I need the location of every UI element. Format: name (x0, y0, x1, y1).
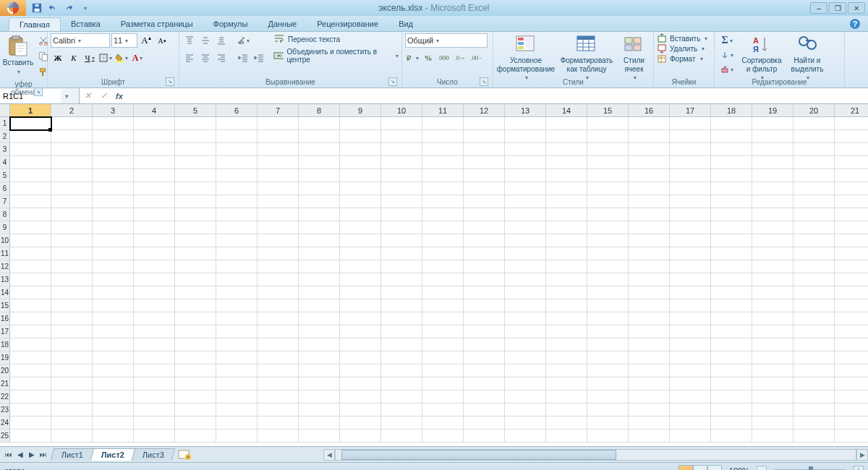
qat-customize-icon[interactable] (78, 1, 91, 14)
cell[interactable] (793, 364, 835, 377)
cell[interactable] (464, 195, 505, 208)
cell[interactable] (752, 364, 793, 377)
cell[interactable] (505, 143, 546, 156)
cell[interactable] (258, 286, 299, 299)
cell[interactable] (711, 364, 752, 377)
cell[interactable] (835, 351, 868, 364)
cell[interactable] (216, 312, 258, 325)
ribbon-tab-1[interactable]: Вставка (61, 17, 111, 31)
cell[interactable] (752, 260, 793, 273)
sheet-last-icon[interactable]: ⏭ (38, 449, 49, 461)
cell[interactable] (258, 273, 299, 286)
cell[interactable] (587, 390, 629, 403)
cell[interactable] (422, 430, 464, 443)
cell[interactable] (258, 416, 299, 430)
cell[interactable] (670, 247, 711, 260)
cell[interactable] (258, 195, 299, 208)
cell[interactable] (93, 143, 134, 156)
cell[interactable] (752, 234, 793, 247)
cell[interactable] (216, 338, 258, 351)
cell[interactable] (175, 117, 216, 130)
cell[interactable] (752, 221, 793, 234)
cell[interactable] (464, 299, 505, 312)
cell[interactable] (340, 117, 381, 130)
cell[interactable] (216, 325, 258, 338)
cell[interactable] (670, 351, 711, 364)
cell[interactable] (670, 299, 711, 312)
cell[interactable] (711, 169, 752, 182)
cell[interactable] (835, 416, 868, 430)
cell[interactable] (381, 416, 422, 430)
cell[interactable] (381, 182, 422, 195)
cell[interactable] (629, 312, 670, 325)
cell[interactable] (629, 221, 670, 234)
column-header[interactable]: 11 (422, 104, 464, 117)
cell[interactable] (835, 143, 868, 156)
cell[interactable] (340, 351, 381, 364)
sheet-tab[interactable]: Лист3 (132, 448, 176, 461)
cell[interactable] (546, 351, 587, 364)
cell[interactable] (175, 312, 216, 325)
cell[interactable] (258, 390, 299, 403)
cell[interactable] (93, 312, 134, 325)
cell[interactable] (10, 325, 51, 338)
cell[interactable] (340, 156, 381, 169)
cell[interactable] (422, 117, 464, 130)
row-header[interactable]: 1 (0, 117, 10, 130)
cell[interactable] (10, 416, 51, 430)
cell[interactable] (711, 182, 752, 195)
cell[interactable] (711, 403, 752, 416)
cell[interactable] (10, 208, 51, 221)
cell[interactable] (752, 143, 793, 156)
cell[interactable] (299, 403, 340, 416)
cell[interactable] (546, 117, 587, 130)
cell[interactable] (340, 312, 381, 325)
cell[interactable] (505, 260, 546, 273)
grow-font-icon[interactable]: A▴ (139, 33, 153, 48)
cell[interactable] (835, 390, 868, 403)
cell[interactable] (546, 338, 587, 351)
cell[interactable] (711, 312, 752, 325)
clear-icon[interactable] (718, 62, 736, 77)
row-header[interactable]: 22 (0, 390, 10, 403)
zoom-out-icon[interactable]: − (757, 466, 767, 471)
fill-handle[interactable] (48, 128, 52, 132)
cell[interactable] (381, 377, 422, 390)
decrease-decimal-icon[interactable]: .00→.0 (469, 51, 483, 65)
percent-format-icon[interactable]: % (421, 51, 435, 65)
cell[interactable] (216, 169, 258, 182)
cell[interactable] (381, 312, 422, 325)
cell[interactable] (381, 247, 422, 260)
cells-area[interactable] (10, 117, 868, 446)
cell[interactable] (793, 403, 835, 416)
cell[interactable] (464, 416, 505, 430)
cell[interactable] (340, 416, 381, 430)
select-all-corner[interactable] (0, 104, 10, 117)
cell[interactable] (752, 130, 793, 143)
cell[interactable] (711, 390, 752, 403)
cell[interactable] (134, 182, 175, 195)
cell[interactable] (422, 195, 464, 208)
cell[interactable] (340, 143, 381, 156)
cell[interactable] (340, 195, 381, 208)
cell[interactable] (299, 130, 340, 143)
cell[interactable] (835, 364, 868, 377)
align-right-icon[interactable] (214, 51, 229, 65)
cell[interactable] (835, 247, 868, 260)
cell[interactable] (670, 221, 711, 234)
cell[interactable] (340, 182, 381, 195)
insert-sheet-icon[interactable] (176, 449, 193, 461)
cell[interactable] (134, 247, 175, 260)
cell[interactable] (10, 195, 51, 208)
cell[interactable] (381, 390, 422, 403)
cell[interactable] (258, 143, 299, 156)
conditional-format-button[interactable]: Условное форматирование (496, 33, 556, 77)
column-header[interactable]: 14 (546, 104, 587, 117)
cell[interactable] (216, 416, 258, 430)
column-header[interactable]: 15 (587, 104, 629, 117)
cell[interactable] (134, 403, 175, 416)
cell[interactable] (10, 247, 51, 260)
cell[interactable] (629, 325, 670, 338)
sheet-next-icon[interactable]: ▶ (26, 449, 38, 461)
cell[interactable] (670, 234, 711, 247)
